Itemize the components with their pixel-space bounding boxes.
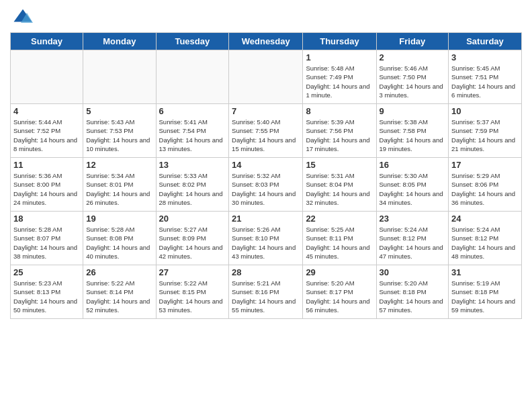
day-cell: 9Sunrise: 5:38 AM Sunset: 7:58 PM Daylig… [376,104,449,158]
day-number: 2 [380,52,446,62]
day-info: Sunrise: 5:24 AM Sunset: 8:12 PM Dayligh… [451,225,519,261]
day-number: 26 [86,267,152,277]
day-number: 16 [380,160,446,170]
day-number: 14 [232,160,300,170]
day-cell: 27Sunrise: 5:22 AM Sunset: 8:15 PM Dayli… [156,265,229,319]
week-row-2: 11Sunrise: 5:36 AM Sunset: 8:00 PM Dayli… [11,158,522,212]
header-cell-thursday: Thursday [303,33,376,50]
day-cell: 29Sunrise: 5:20 AM Sunset: 8:17 PM Dayli… [303,265,376,319]
day-cell: 12Sunrise: 5:34 AM Sunset: 8:01 PM Dayli… [83,158,156,212]
day-number: 23 [380,214,446,224]
calendar-body: 1Sunrise: 5:48 AM Sunset: 7:49 PM Daylig… [11,50,522,319]
page: SundayMondayTuesdayWednesdayThursdayFrid… [0,0,532,411]
day-cell: 30Sunrise: 5:20 AM Sunset: 8:18 PM Dayli… [376,265,449,319]
day-number: 1 [306,52,373,62]
day-cell [11,50,83,104]
day-cell: 10Sunrise: 5:37 AM Sunset: 7:59 PM Dayli… [449,104,522,158]
day-info: Sunrise: 5:39 AM Sunset: 7:56 PM Dayligh… [306,118,373,153]
day-cell [156,50,229,104]
day-info: Sunrise: 5:36 AM Sunset: 8:00 PM Dayligh… [13,171,80,207]
day-number: 5 [86,106,152,116]
day-number: 25 [13,267,80,277]
day-cell: 1Sunrise: 5:48 AM Sunset: 7:49 PM Daylig… [303,50,376,104]
week-row-0: 1Sunrise: 5:48 AM Sunset: 7:49 PM Daylig… [11,50,522,104]
day-info: Sunrise: 5:38 AM Sunset: 7:58 PM Dayligh… [380,118,446,153]
day-info: Sunrise: 5:21 AM Sunset: 8:16 PM Dayligh… [232,279,300,314]
day-cell: 7Sunrise: 5:40 AM Sunset: 7:55 PM Daylig… [229,104,303,158]
day-info: Sunrise: 5:43 AM Sunset: 7:53 PM Dayligh… [86,118,152,153]
day-cell: 11Sunrise: 5:36 AM Sunset: 8:00 PM Dayli… [11,158,83,212]
day-cell: 25Sunrise: 5:23 AM Sunset: 8:13 PM Dayli… [11,265,83,319]
day-cell: 5Sunrise: 5:43 AM Sunset: 7:53 PM Daylig… [83,104,156,158]
day-number: 21 [232,214,300,224]
week-row-3: 18Sunrise: 5:28 AM Sunset: 8:07 PM Dayli… [11,212,522,265]
day-number: 29 [306,267,373,277]
day-info: Sunrise: 5:28 AM Sunset: 8:08 PM Dayligh… [86,225,152,261]
header-cell-friday: Friday [376,33,449,50]
day-number: 6 [159,106,226,116]
logo-icon [13,7,33,27]
day-info: Sunrise: 5:41 AM Sunset: 7:54 PM Dayligh… [159,118,226,153]
day-number: 11 [13,160,80,170]
day-info: Sunrise: 5:30 AM Sunset: 8:05 PM Dayligh… [380,171,446,207]
day-number: 17 [451,160,519,170]
header-cell-tuesday: Tuesday [156,33,229,50]
day-info: Sunrise: 5:19 AM Sunset: 8:18 PM Dayligh… [451,279,519,314]
day-number: 28 [232,267,300,277]
day-cell: 4Sunrise: 5:44 AM Sunset: 7:52 PM Daylig… [11,104,83,158]
logo [10,7,33,27]
day-cell: 17Sunrise: 5:29 AM Sunset: 8:06 PM Dayli… [449,158,522,212]
header-cell-wednesday: Wednesday [229,33,303,50]
day-info: Sunrise: 5:27 AM Sunset: 8:09 PM Dayligh… [159,225,226,261]
week-row-1: 4Sunrise: 5:44 AM Sunset: 7:52 PM Daylig… [11,104,522,158]
calendar-header: SundayMondayTuesdayWednesdayThursdayFrid… [11,33,522,50]
day-cell: 24Sunrise: 5:24 AM Sunset: 8:12 PM Dayli… [449,212,522,265]
day-cell: 14Sunrise: 5:32 AM Sunset: 8:03 PM Dayli… [229,158,303,212]
day-info: Sunrise: 5:37 AM Sunset: 7:59 PM Dayligh… [451,118,519,153]
day-number: 31 [451,267,519,277]
day-info: Sunrise: 5:32 AM Sunset: 8:03 PM Dayligh… [232,171,300,207]
day-info: Sunrise: 5:34 AM Sunset: 8:01 PM Dayligh… [86,171,152,207]
header-row: SundayMondayTuesdayWednesdayThursdayFrid… [11,33,522,50]
day-cell: 18Sunrise: 5:28 AM Sunset: 8:07 PM Dayli… [11,212,83,265]
day-number: 20 [159,214,226,224]
day-cell: 22Sunrise: 5:25 AM Sunset: 8:11 PM Dayli… [303,212,376,265]
day-cell: 26Sunrise: 5:22 AM Sunset: 8:14 PM Dayli… [83,265,156,319]
day-info: Sunrise: 5:31 AM Sunset: 8:04 PM Dayligh… [306,171,373,207]
day-cell: 6Sunrise: 5:41 AM Sunset: 7:54 PM Daylig… [156,104,229,158]
day-number: 27 [159,267,226,277]
day-number: 9 [380,106,446,116]
day-cell: 31Sunrise: 5:19 AM Sunset: 8:18 PM Dayli… [449,265,522,319]
day-info: Sunrise: 5:22 AM Sunset: 8:15 PM Dayligh… [159,279,226,314]
day-cell: 23Sunrise: 5:24 AM Sunset: 8:12 PM Dayli… [376,212,449,265]
day-number: 4 [13,106,80,116]
day-cell: 2Sunrise: 5:46 AM Sunset: 7:50 PM Daylig… [376,50,449,104]
header [10,7,522,27]
day-cell: 28Sunrise: 5:21 AM Sunset: 8:16 PM Dayli… [229,265,303,319]
day-info: Sunrise: 5:24 AM Sunset: 8:12 PM Dayligh… [380,225,446,261]
day-number: 12 [86,160,152,170]
day-info: Sunrise: 5:28 AM Sunset: 8:07 PM Dayligh… [13,225,80,261]
header-cell-sunday: Sunday [11,33,83,50]
day-info: Sunrise: 5:25 AM Sunset: 8:11 PM Dayligh… [306,225,373,261]
week-row-4: 25Sunrise: 5:23 AM Sunset: 8:13 PM Dayli… [11,265,522,319]
day-number: 8 [306,106,373,116]
day-number: 13 [159,160,226,170]
day-number: 30 [380,267,446,277]
day-cell [83,50,156,104]
header-cell-saturday: Saturday [449,33,522,50]
day-info: Sunrise: 5:44 AM Sunset: 7:52 PM Dayligh… [13,118,80,153]
day-number: 22 [306,214,373,224]
day-cell [229,50,303,104]
day-cell: 13Sunrise: 5:33 AM Sunset: 8:02 PM Dayli… [156,158,229,212]
day-number: 3 [451,52,519,62]
day-number: 7 [232,106,300,116]
day-cell: 8Sunrise: 5:39 AM Sunset: 7:56 PM Daylig… [303,104,376,158]
day-number: 15 [306,160,373,170]
day-info: Sunrise: 5:20 AM Sunset: 8:17 PM Dayligh… [306,279,373,314]
day-number: 19 [86,214,152,224]
day-cell: 21Sunrise: 5:26 AM Sunset: 8:10 PM Dayli… [229,212,303,265]
day-cell: 20Sunrise: 5:27 AM Sunset: 8:09 PM Dayli… [156,212,229,265]
day-info: Sunrise: 5:48 AM Sunset: 7:49 PM Dayligh… [306,64,373,99]
header-cell-monday: Monday [83,33,156,50]
